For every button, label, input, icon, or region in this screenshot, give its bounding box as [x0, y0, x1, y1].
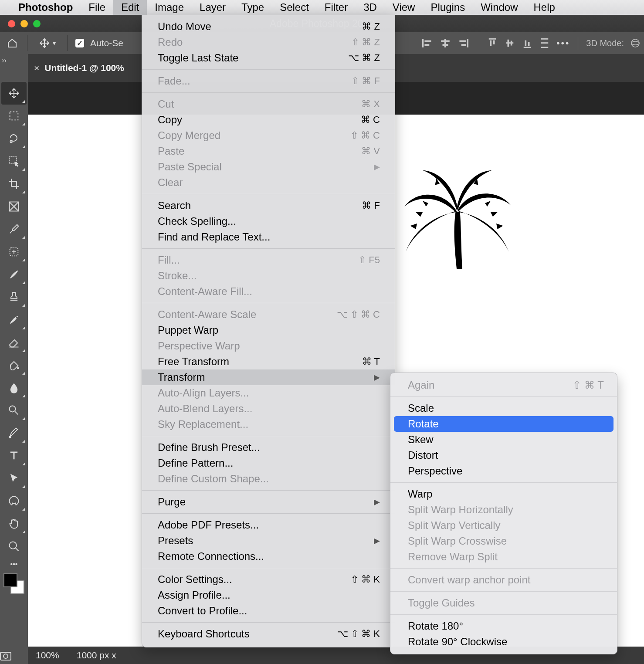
submenu-item-rotate[interactable]: Rotate: [394, 416, 613, 432]
zoom-level[interactable]: 100%: [36, 650, 59, 661]
align-top-icon[interactable]: [487, 38, 498, 48]
menubar-filter[interactable]: Filter: [317, 0, 356, 15]
marquee-tool[interactable]: [1, 105, 27, 127]
menubar-layer[interactable]: Layer: [192, 0, 234, 15]
menu-item-label: Skew: [408, 433, 434, 446]
quickmask-icon[interactable]: [0, 652, 28, 661]
submenu-item-convert-warp-anchor-point: Convert warp anchor point: [390, 572, 617, 588]
svg-rect-4: [441, 41, 450, 42]
menubar-app[interactable]: Photoshop: [10, 0, 81, 15]
menu-item-label: Remove Warp Split: [408, 550, 498, 563]
menubar-select[interactable]: Select: [272, 0, 317, 15]
menu-item-remote-connections[interactable]: Remote Connections...: [142, 549, 395, 564]
blur-tool[interactable]: [1, 376, 27, 399]
shortcut-label: ⌥ ⌘ Z: [348, 51, 380, 64]
menubar-file[interactable]: File: [81, 0, 113, 15]
menu-item-label: Rotate 90° Clockwise: [408, 635, 507, 648]
menu-item-keyboard-shortcuts[interactable]: Keyboard Shortcuts⌥ ⇧ ⌘ K: [142, 626, 395, 642]
color-swatches[interactable]: [3, 573, 24, 594]
document-tab-title[interactable]: Untitled-1 @ 100%: [44, 63, 124, 73]
menu-item-find-and-replace-text[interactable]: Find and Replace Text...: [142, 229, 395, 245]
edit-toolbar-icon[interactable]: •••: [0, 558, 28, 571]
menu-item-label: Puppet Warp: [158, 324, 218, 337]
tool-preset[interactable]: ▾: [35, 37, 59, 49]
menu-item-purge[interactable]: Purge▶: [142, 494, 395, 510]
history-brush-tool[interactable]: [1, 308, 27, 331]
object-select-tool[interactable]: [1, 150, 27, 173]
zoom-tool[interactable]: [1, 535, 27, 558]
align-vcenter-icon[interactable]: [504, 38, 515, 48]
dodge-tool[interactable]: [1, 399, 27, 422]
menu-item-free-transform[interactable]: Free Transform⌘ T: [142, 354, 395, 369]
menu-item-toggle-last-state[interactable]: Toggle Last State⌥ ⌘ Z: [142, 50, 395, 66]
lasso-tool[interactable]: [1, 127, 27, 150]
menu-item-check-spelling[interactable]: Check Spelling...: [142, 213, 395, 229]
svg-rect-11: [493, 41, 495, 44]
align-left-icon[interactable]: [422, 38, 434, 48]
menubar-image[interactable]: Image: [147, 0, 192, 15]
menubar-window[interactable]: Window: [473, 0, 525, 15]
stamp-tool[interactable]: [1, 286, 27, 308]
menu-item-assign-profile[interactable]: Assign Profile...: [142, 587, 395, 603]
menubar-3d[interactable]: 3D: [356, 0, 385, 15]
pen-tool[interactable]: [1, 422, 27, 444]
menubar-type[interactable]: Type: [234, 0, 272, 15]
menu-item-label: Auto-Align Layers...: [158, 386, 249, 400]
distribute-icon[interactable]: [539, 38, 550, 48]
home-icon[interactable]: [5, 37, 19, 49]
submenu-item-rotate-180[interactable]: Rotate 180°: [390, 618, 617, 634]
shape-tool[interactable]: [1, 490, 27, 512]
menu-item-adobe-pdf-presets[interactable]: Adobe PDF Presets...: [142, 517, 395, 533]
hand-tool[interactable]: [1, 512, 27, 535]
frame-tool[interactable]: [1, 195, 27, 218]
move-tool[interactable]: [1, 82, 27, 105]
align-bottom-icon[interactable]: [522, 38, 533, 48]
svg-rect-15: [524, 47, 531, 48]
menubar-help[interactable]: Help: [526, 0, 563, 15]
path-select-tool[interactable]: [1, 467, 27, 490]
shortcut-label: ⌘ C: [361, 113, 380, 126]
menu-item-presets[interactable]: Presets▶: [142, 533, 395, 549]
svg-rect-19: [541, 42, 549, 44]
menubar-edit[interactable]: Edit: [113, 0, 147, 15]
panel-collapse-icon[interactable]: ››: [2, 57, 7, 64]
foreground-swatch[interactable]: [3, 573, 17, 587]
menu-item-label: Keyboard Shortcuts: [158, 627, 250, 640]
auto-select-checkbox[interactable]: ✓: [75, 39, 84, 47]
align-right-icon[interactable]: [457, 38, 468, 48]
orbit-icon[interactable]: [630, 38, 641, 48]
submenu-item-perspective[interactable]: Perspective: [390, 463, 617, 479]
document-dimensions[interactable]: 1000 px x: [77, 650, 116, 661]
menubar-plugins[interactable]: Plugins: [423, 0, 473, 15]
submenu-item-warp[interactable]: Warp: [390, 486, 617, 502]
submenu-item-split-warp-horizontally: Split Warp Horizontally: [390, 502, 617, 518]
brush-tool[interactable]: [1, 263, 27, 286]
menu-item-define-brush-preset[interactable]: Define Brush Preset...: [142, 440, 395, 455]
submenu-item-rotate-90-clockwise[interactable]: Rotate 90° Clockwise: [390, 634, 617, 650]
eraser-tool[interactable]: [1, 331, 27, 354]
more-icon[interactable]: •••: [556, 38, 570, 48]
submenu-item-toggle-guides: Toggle Guides: [390, 595, 617, 611]
crop-tool[interactable]: [1, 173, 27, 195]
menu-item-search[interactable]: Search⌘ F: [142, 198, 395, 213]
svg-point-22: [631, 41, 639, 45]
menu-item-transform[interactable]: Transform▶: [142, 369, 395, 385]
eyedropper-tool[interactable]: [1, 218, 27, 241]
menu-item-puppet-warp[interactable]: Puppet Warp: [142, 322, 395, 338]
menu-item-label: Paste Special: [158, 160, 222, 173]
menu-item-define-pattern[interactable]: Define Pattern...: [142, 455, 395, 471]
submenu-item-skew[interactable]: Skew: [390, 432, 617, 447]
menu-item-undo-move[interactable]: Undo Move⌘ Z: [142, 19, 395, 34]
submenu-item-distort[interactable]: Distort: [390, 447, 617, 463]
menu-item-color-settings[interactable]: Color Settings...⇧ ⌘ K: [142, 572, 395, 587]
healing-brush-tool[interactable]: [1, 241, 27, 263]
menu-item-copy[interactable]: Copy⌘ C: [142, 112, 395, 128]
bucket-tool[interactable]: [1, 354, 27, 376]
align-hcenter-icon[interactable]: [440, 38, 451, 48]
submenu-item-scale[interactable]: Scale: [390, 400, 617, 416]
menu-item-convert-to-profile[interactable]: Convert to Profile...: [142, 603, 395, 619]
tab-close-button[interactable]: ×: [34, 63, 39, 73]
menu-item-label: Define Brush Preset...: [158, 441, 260, 454]
menubar-view[interactable]: View: [385, 0, 423, 15]
type-tool[interactable]: [1, 444, 27, 467]
